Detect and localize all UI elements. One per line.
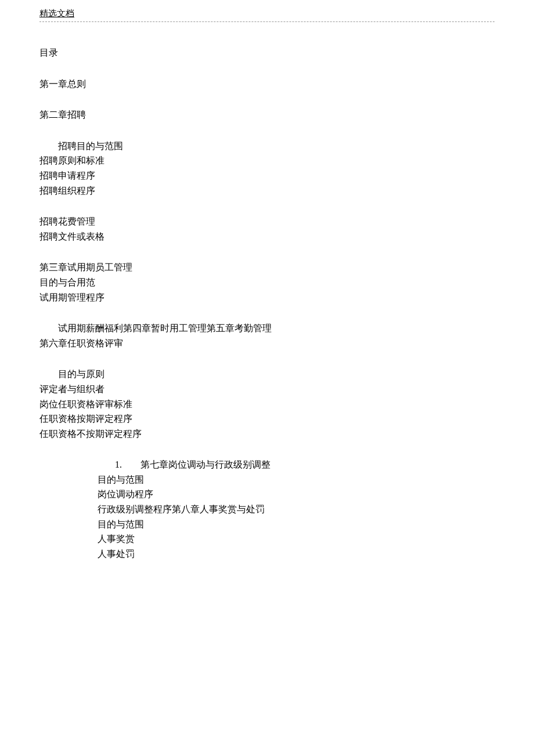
list-item2: 岗位调动程序 bbox=[98, 487, 495, 502]
chapter3-title: 第三章试用期员工管理 bbox=[39, 260, 495, 275]
chapter3-combined-line: 试用期薪酬福利第四章暂时用工管理第五章考勤管理 bbox=[39, 321, 495, 336]
chapter7-title: 第七章岗位调动与行政级别调整 bbox=[140, 460, 270, 469]
chapter2-item6: 招聘文件或表格 bbox=[39, 229, 495, 244]
numbered-list-block: 1. 第七章岗位调动与行政级别调整 目的与范围 岗位调动程序 行政级别调整程序第… bbox=[39, 457, 495, 561]
list-item6: 人事处罚 bbox=[98, 547, 495, 562]
chapter3-item2: 试用期管理程序 bbox=[39, 290, 495, 305]
chapter6-items: 目的与原则 评定者与组织者 岗位任职资格评审标准 任职资格按期评定程序 任职资格… bbox=[39, 367, 495, 441]
chapter6-item1: 目的与原则 bbox=[39, 367, 495, 382]
chapter6-item2: 评定者与组织者 bbox=[39, 382, 495, 397]
chapter1-title: 第一章总则 bbox=[39, 77, 495, 92]
list-item1: 目的与范围 bbox=[98, 472, 495, 487]
list-item5: 人事奖赏 bbox=[98, 531, 495, 547]
list-item4: 目的与范围 bbox=[98, 517, 495, 532]
chapter2-title: 第二章招聘 bbox=[39, 107, 495, 122]
toc-title-section: 目录 bbox=[39, 45, 495, 60]
chapter6-title: 第六章任职资格评审 bbox=[39, 336, 495, 351]
chapter2-item5: 招聘花费管理 bbox=[39, 214, 495, 229]
chapter3-item1: 目的与合用范 bbox=[39, 275, 495, 290]
list-number: 1. bbox=[115, 457, 138, 472]
chapter2-item1: 招聘目的与范围 bbox=[39, 139, 495, 154]
chapter6-item3: 岗位任职资格评审标准 bbox=[39, 397, 495, 412]
chapter2-title-section: 第二章招聘 bbox=[39, 107, 495, 122]
chapter1-section: 第一章总则 bbox=[39, 77, 495, 92]
chapter2-items-block2: 招聘花费管理 招聘文件或表格 bbox=[39, 214, 495, 244]
chapter6-item4: 任职资格按期评定程序 bbox=[39, 411, 495, 426]
list-item3: 行政级别调整程序第八章人事奖赏与处罚 bbox=[98, 502, 495, 517]
chapter6-item5: 任职资格不按期评定程序 bbox=[39, 426, 495, 442]
chapter3-block1: 第三章试用期员工管理 目的与合用范 试用期管理程序 bbox=[39, 260, 495, 305]
chapter2-item3: 招聘申请程序 bbox=[39, 168, 495, 183]
chapter2-item2: 招聘原则和标准 bbox=[39, 153, 495, 168]
chapter2-item4: 招聘组织程序 bbox=[39, 183, 495, 198]
chapter3-block2: 试用期薪酬福利第四章暂时用工管理第五章考勤管理 第六章任职资格评审 bbox=[39, 321, 495, 350]
toc-title: 目录 bbox=[39, 45, 495, 60]
chapter2-items-block1: 招聘目的与范围 招聘原则和标准 招聘申请程序 招聘组织程序 bbox=[39, 139, 495, 198]
list-first-line: 1. 第七章岗位调动与行政级别调整 bbox=[98, 457, 495, 472]
header-divider bbox=[39, 21, 495, 22]
header-link[interactable]: 精选文档 bbox=[39, 6, 74, 20]
